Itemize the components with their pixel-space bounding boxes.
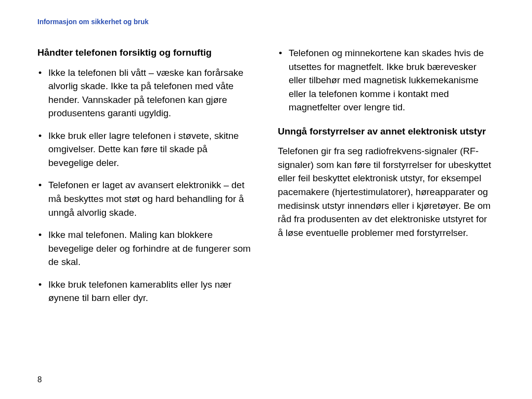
list-item: Ikke bruk telefonen kamerablits eller ly… <box>37 278 254 305</box>
page-number: 8 <box>37 375 42 384</box>
left-column: Håndter telefonen forsiktig og fornuftig… <box>37 46 254 314</box>
list-item: Ikke mal telefonen. Maling kan blokkere … <box>37 228 254 269</box>
left-heading: Håndter telefonen forsiktig og fornuftig <box>37 46 254 59</box>
right-paragraph: Telefonen gir fra seg radiofrekvens-sign… <box>278 144 495 239</box>
left-bullet-list: Ikke la telefonen bli vått – væske kan f… <box>37 66 254 305</box>
columns: Håndter telefonen forsiktig og fornuftig… <box>37 46 495 314</box>
list-item: Ikke bruk eller lagre telefonen i støvet… <box>37 129 254 170</box>
list-item: Ikke la telefonen bli vått – væske kan f… <box>37 66 254 120</box>
right-heading: Unngå forstyrrelser av annet elektronisk… <box>278 125 495 138</box>
list-item: Telefonen og minnekortene kan skades hvi… <box>278 46 495 114</box>
running-header: Informasjon om sikkerhet og bruk <box>37 18 495 26</box>
right-column: Telefonen og minnekortene kan skades hvi… <box>278 46 495 314</box>
list-item: Telefonen er laget av avansert elektroni… <box>37 178 254 219</box>
right-bullet-list: Telefonen og minnekortene kan skades hvi… <box>278 46 495 114</box>
page: Informasjon om sikkerhet og bruk Håndter… <box>0 0 532 399</box>
